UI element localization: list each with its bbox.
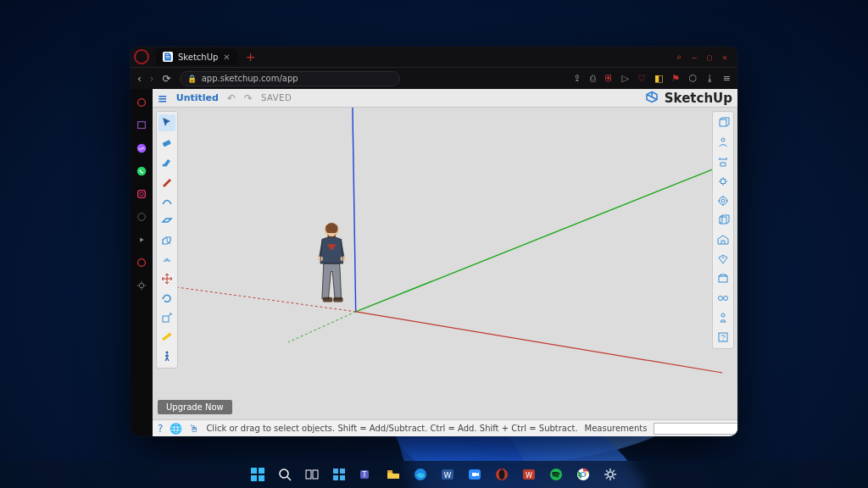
word-icon[interactable]: W [437, 464, 458, 485]
redo-button[interactable]: ↷ [244, 92, 253, 104]
svg-text:T: T [362, 471, 367, 479]
play-icon[interactable]: ▷ [622, 73, 629, 84]
panel-styles[interactable] [715, 309, 732, 326]
svg-point-5 [140, 192, 143, 196]
tool-paint[interactable] [159, 153, 175, 170]
svg-point-16 [720, 197, 727, 205]
opera-taskbar-icon[interactable] [492, 464, 512, 485]
panel-display[interactable] [715, 290, 732, 307]
viewport-3d[interactable] [153, 108, 737, 419]
sidebar-settings-icon[interactable] [135, 279, 148, 292]
panel-layers[interactable] [715, 192, 732, 209]
sidebar-messenger-icon[interactable] [135, 141, 148, 155]
svg-text:W: W [444, 471, 452, 480]
tool-scale[interactable] [159, 309, 175, 326]
close-window-icon[interactable]: ✕ [722, 53, 727, 62]
settings-taskbar-icon[interactable] [600, 464, 620, 485]
svg-line-28 [288, 312, 356, 342]
sidebar-music-icon[interactable] [135, 96, 148, 109]
document-title[interactable]: Untitled [176, 92, 219, 103]
svg-point-21 [724, 297, 728, 301]
close-tab-icon[interactable]: ✕ [223, 53, 230, 62]
tool-rotate[interactable] [159, 290, 175, 307]
svg-line-24 [353, 108, 356, 312]
panel-outliner[interactable] [715, 212, 732, 229]
panel-settings[interactable] [715, 173, 732, 190]
url-field[interactable]: 🔒 app.sketchup.com/app [180, 71, 400, 86]
hamburger-menu-icon[interactable]: ≡ [158, 92, 168, 105]
sidebar-cart-icon[interactable] [135, 256, 148, 269]
panel-3dwarehouse[interactable] [715, 231, 732, 248]
tool-pencil[interactable] [159, 173, 175, 190]
svg-rect-19 [719, 276, 727, 282]
tool-select[interactable] [159, 114, 175, 131]
heart-icon[interactable]: ♡ [637, 73, 646, 84]
tool-rectangle[interactable] [159, 212, 175, 229]
svg-point-14 [721, 138, 725, 141]
chrome-icon[interactable] [573, 464, 593, 485]
svg-point-10 [163, 164, 165, 167]
explorer-icon[interactable] [383, 464, 403, 485]
shield-icon[interactable]: ⛨ [604, 73, 614, 84]
search-window-icon[interactable]: ⌕ [676, 53, 682, 62]
panel-tag[interactable] [715, 251, 732, 268]
menu-icon[interactable]: ≡ [723, 73, 731, 84]
tool-move[interactable] [159, 270, 175, 287]
help-icon[interactable]: ? [158, 423, 163, 435]
wps-icon[interactable]: W [519, 464, 539, 485]
svg-rect-47 [387, 470, 392, 473]
camera-icon[interactable]: ⎙ [590, 73, 596, 84]
tool-eraser[interactable] [159, 134, 175, 151]
panel-pan[interactable] [715, 134, 732, 151]
reload-button[interactable]: ⟳ [163, 73, 171, 85]
tool-offset[interactable] [159, 251, 175, 268]
tool-walk[interactable] [159, 348, 175, 365]
windows-taskbar: T W W [0, 461, 868, 488]
cube-icon[interactable]: ⬡ [688, 73, 697, 84]
measurements-input[interactable] [654, 423, 737, 435]
svg-point-3 [137, 167, 147, 176]
sidebar-twitch-icon[interactable] [135, 119, 148, 132]
vpn-icon[interactable]: ⚑ [671, 73, 680, 84]
svg-rect-34 [251, 468, 257, 474]
zoom-app-icon[interactable] [465, 464, 485, 485]
sketchup-viewport-wrap: Upgrade Now [153, 108, 737, 419]
svg-point-8 [139, 283, 143, 287]
tool-arc[interactable] [159, 192, 175, 209]
sidebar-instagram-icon[interactable] [135, 187, 148, 201]
svg-rect-44 [340, 475, 345, 480]
share-icon[interactable]: ⇪ [573, 73, 581, 84]
sidebar-whatsapp-icon[interactable] [135, 164, 148, 178]
sidebar-gx-icon[interactable] [135, 210, 148, 224]
panel-scenes[interactable] [715, 270, 732, 287]
undo-button[interactable]: ↶ [227, 92, 236, 104]
svg-point-13 [166, 352, 169, 354]
spotify-icon[interactable] [546, 464, 566, 485]
language-icon[interactable]: 🌐 [170, 423, 182, 435]
maximize-icon[interactable]: ▢ [707, 53, 712, 62]
panel-orbit[interactable] [715, 114, 732, 131]
panel-help[interactable] [715, 329, 732, 346]
url-text: app.sketchup.com/app [202, 74, 298, 83]
search-taskbar-icon[interactable] [275, 464, 295, 485]
widgets-icon[interactable] [329, 464, 349, 485]
forward-button[interactable]: › [150, 73, 154, 85]
back-button[interactable]: ‹ [137, 73, 142, 85]
extension-icon[interactable]: ◧ [654, 73, 663, 84]
tool-pushpull[interactable] [159, 231, 175, 248]
taskview-icon[interactable] [302, 464, 322, 485]
tool-tape[interactable] [159, 329, 175, 346]
upgrade-button[interactable]: Upgrade Now [158, 400, 232, 414]
start-button[interactable] [248, 464, 268, 485]
mouse-icon[interactable]: 🖱 [189, 423, 199, 435]
svg-point-38 [280, 469, 288, 478]
download-icon[interactable]: ⭳ [705, 73, 715, 84]
edge-icon[interactable] [410, 464, 431, 485]
browser-tab[interactable]: SketchUp ✕ [156, 48, 237, 65]
panel-zoom[interactable] [715, 153, 732, 170]
teams-icon[interactable]: T [356, 464, 376, 485]
svg-point-12 [168, 333, 171, 336]
sidebar-video-icon[interactable] [135, 233, 148, 247]
new-tab-button[interactable]: + [246, 50, 256, 64]
minimize-icon[interactable]: — [692, 53, 697, 62]
